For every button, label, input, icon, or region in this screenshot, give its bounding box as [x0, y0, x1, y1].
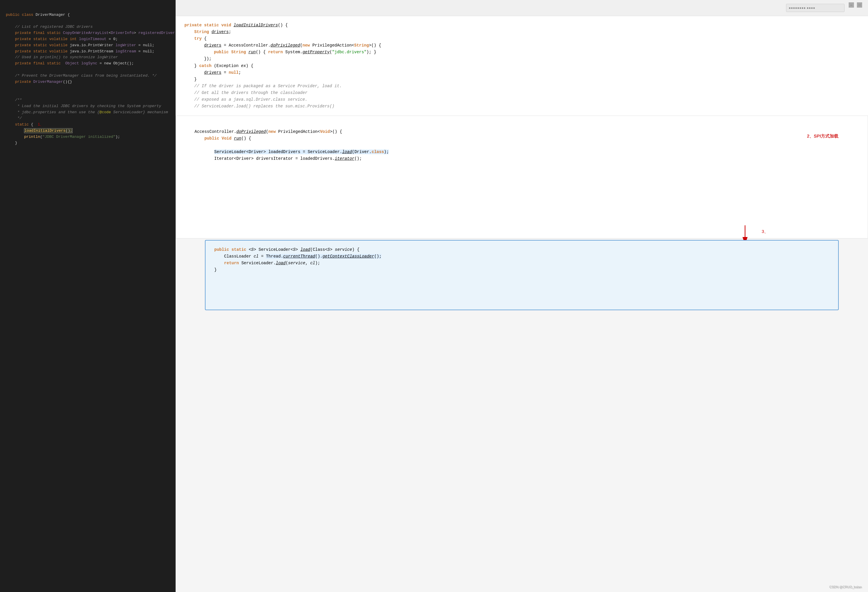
- main-container: public class DriverManager { // List of …: [0, 0, 868, 592]
- right-panel: ●●●●●●●● ●●●● — □ ① private static void …: [176, 0, 868, 592]
- annotation-2-text: 2、SPI方式加载: [807, 133, 838, 139]
- minimize-button[interactable]: —: [849, 2, 854, 7]
- watermark-text: CSDN @CRUO_balan: [829, 585, 862, 589]
- code-section-middle: AccessController.doPrivileged(new Privil…: [176, 116, 868, 239]
- code-section-top: private static void loadInitialDrivers()…: [176, 16, 868, 116]
- address-text: ●●●●●●●● ●●●●: [789, 6, 815, 10]
- left-code-block: public class DriverManager { // List of …: [6, 6, 173, 146]
- annotation-3-text: 3、: [762, 229, 769, 234]
- left-panel: public class DriverManager { // List of …: [0, 0, 176, 592]
- bottom-code: public static <S> ServiceLoader<S> load(…: [214, 246, 830, 273]
- window-controls: — □: [849, 2, 862, 7]
- middle-code: AccessController.doPrivileged(new Privil…: [185, 122, 859, 162]
- top-bar: ●●●●●●●● ●●●● — □: [176, 0, 868, 16]
- restore-button[interactable]: □: [857, 2, 862, 7]
- top-code: private static void loadInitialDrivers()…: [185, 22, 859, 110]
- code-section-bottom: public static <S> ServiceLoader<S> load(…: [205, 240, 839, 310]
- address-bar: ●●●●●●●● ●●●●: [786, 4, 844, 12]
